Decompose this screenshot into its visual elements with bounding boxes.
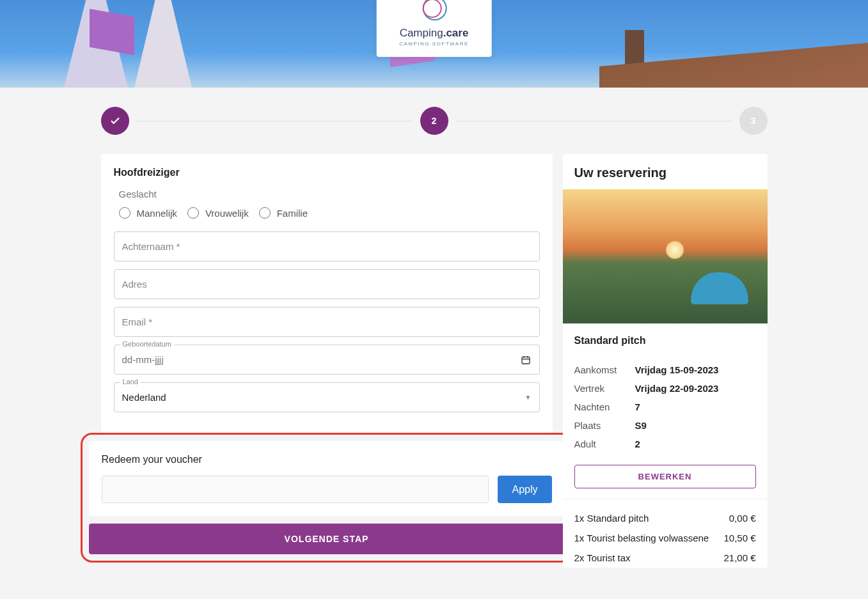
logo-icon xyxy=(419,8,450,23)
dob-input[interactable] xyxy=(114,345,540,375)
svg-rect-0 xyxy=(522,357,530,364)
price-list: 1x Standard pitch0,00 € 1x Tourist belas… xyxy=(563,499,768,568)
country-select[interactable]: Nederland ▼ xyxy=(114,382,540,412)
email-input[interactable] xyxy=(114,307,540,337)
edit-button[interactable]: BEWERKEN xyxy=(574,465,756,488)
apply-button[interactable]: Apply xyxy=(498,476,551,503)
pitch-name: Standard pitch xyxy=(563,323,768,358)
reservation-title: Uw reservering xyxy=(563,154,768,189)
check-icon xyxy=(109,115,121,127)
gender-female[interactable]: Vrouwelijk xyxy=(187,207,249,219)
voucher-card: Redeem your voucher Apply xyxy=(89,441,565,516)
logo-tagline: CAMPING SOFTWARE xyxy=(399,41,469,47)
price-row: 2x Tourist tax21,00 € xyxy=(574,548,756,568)
departure-row: VertrekVrijdag 22-09-2023 xyxy=(574,379,756,398)
calendar-icon[interactable] xyxy=(521,355,531,365)
traveler-form-card: Hoofdreiziger Geslacht Mannelijk Vrouwel… xyxy=(101,154,553,433)
reservation-sidebar: Uw reservering Standard pitch AankomstVr… xyxy=(563,154,768,568)
arrival-row: AankomstVrijdag 15-09-2023 xyxy=(574,361,756,379)
hero-banner: Camping.care CAMPING SOFTWARE xyxy=(0,0,868,88)
country-label: Land xyxy=(120,378,141,385)
nights-row: Nachten7 xyxy=(574,398,756,416)
gender-label: Geslacht xyxy=(119,189,540,199)
next-step-button[interactable]: VOLGENDE STAP xyxy=(89,524,565,554)
price-row: 1x Tourist belasting volwassene10,50 € xyxy=(574,528,756,548)
price-row: 1x Standard pitch0,00 € xyxy=(574,508,756,528)
form-title: Hoofdreiziger xyxy=(114,167,540,178)
logo-text: Camping.care xyxy=(399,27,469,40)
place-row: PlaatsS9 xyxy=(574,416,756,435)
voucher-title: Redeem your voucher xyxy=(102,454,552,465)
logo-card: Camping.care CAMPING SOFTWARE xyxy=(376,0,492,57)
voucher-input[interactable] xyxy=(102,476,489,503)
dob-label: Geboortedatum xyxy=(120,340,174,348)
voucher-highlight: Redeem your voucher Apply VOLGENDE STAP xyxy=(81,433,573,563)
gender-family[interactable]: Familie xyxy=(259,207,308,219)
chevron-down-icon: ▼ xyxy=(525,394,532,401)
progress-stepper: 2 3 xyxy=(101,88,768,154)
step-2[interactable]: 2 xyxy=(420,107,448,135)
adult-row: Adult2 xyxy=(574,435,756,453)
lastname-input[interactable] xyxy=(114,231,540,261)
step-3: 3 xyxy=(739,107,768,135)
gender-male[interactable]: Mannelijk xyxy=(119,207,177,219)
address-input[interactable] xyxy=(114,269,540,299)
step-1[interactable] xyxy=(101,107,129,135)
reservation-image xyxy=(563,189,768,323)
